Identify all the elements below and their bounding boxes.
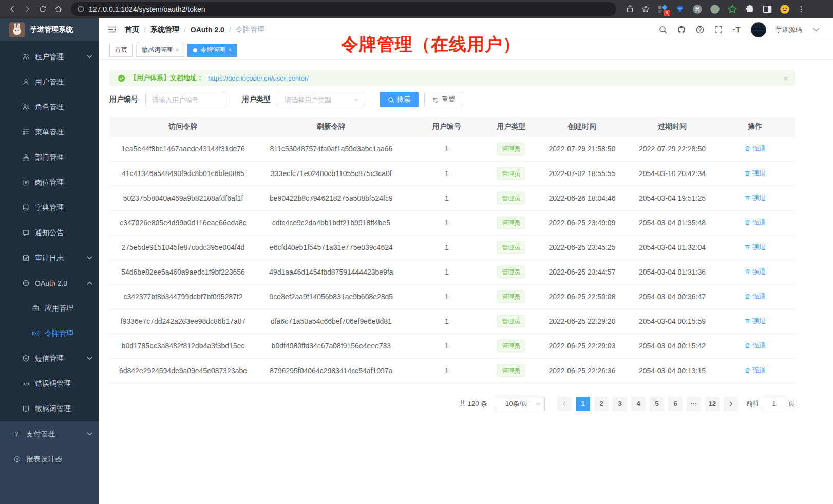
browser-home-button[interactable] — [51, 3, 65, 16]
sidebar-item-report[interactable]: 报表设计器 — [0, 447, 99, 472]
tab-令牌管理[interactable]: 令牌管理 × — [187, 44, 237, 57]
app-logo[interactable]: 芋道管理系统 — [0, 18, 99, 41]
force-logout-button[interactable]: 强退 — [744, 193, 766, 203]
extensions-puzzle-icon[interactable] — [745, 4, 755, 14]
tab-首页[interactable]: 首页 — [109, 44, 133, 57]
check-circle-icon — [118, 74, 125, 82]
side-panel-icon[interactable] — [762, 4, 772, 14]
browser-forward-button[interactable] — [21, 3, 34, 16]
sidebar-item-audit[interactable]: 审计日志 — [0, 245, 99, 270]
address-bar[interactable]: 127.0.0.1:1024/system/oauth2/token — [71, 2, 616, 16]
user-avatar[interactable] — [751, 22, 766, 37]
refresh-icon — [432, 96, 439, 103]
force-logout-button[interactable]: 强退 — [744, 144, 766, 153]
sidebar-item-post[interactable]: 岗位管理 — [0, 170, 99, 195]
user-id-input[interactable] — [145, 92, 226, 107]
sidebar-item-pay[interactable]: ¥ 支付管理 — [0, 421, 99, 447]
user-type-tag: 管理员 — [497, 364, 525, 377]
user-id-cell: 1 — [406, 260, 488, 284]
goto-page-input[interactable] — [763, 397, 785, 411]
browser-back-button[interactable] — [5, 3, 18, 16]
user-type-label: 用户类型 — [242, 95, 271, 104]
star-extension-icon[interactable] — [727, 4, 737, 14]
reset-button[interactable]: 重置 — [424, 92, 463, 107]
alert-close-icon[interactable]: × — [783, 74, 788, 82]
force-logout-button[interactable]: 强退 — [744, 341, 766, 351]
sidebar-item-dict[interactable]: 字典管理 — [0, 195, 99, 220]
tab-敏感词管理[interactable]: 敏感词管理 × — [136, 44, 184, 57]
record-extension-icon[interactable] — [710, 4, 720, 14]
force-logout-button[interactable]: 强退 — [744, 267, 766, 277]
page-button-1[interactable]: 1 — [576, 397, 590, 411]
sidebar-item-label: 应用管理 — [45, 304, 73, 313]
page-button-12[interactable]: 12 — [705, 397, 720, 411]
github-icon[interactable] — [677, 25, 686, 34]
browser-reload-button[interactable] — [36, 3, 49, 16]
force-logout-button[interactable]: 强退 — [744, 292, 766, 301]
doc-link[interactable]: https://doc.iocoder.cn/user-center/ — [208, 74, 309, 82]
force-logout-button[interactable]: 强退 — [744, 169, 766, 178]
page-size-select[interactable] — [496, 397, 545, 411]
share-icon[interactable] — [626, 5, 634, 13]
user-type-cell: 管理员 — [488, 235, 535, 260]
prev-page-button[interactable] — [557, 397, 572, 411]
browser-menu-icon[interactable] — [797, 5, 805, 13]
user-caret-down-icon[interactable] — [811, 25, 821, 34]
sidebar-collapse-button[interactable] — [107, 25, 117, 34]
command-extension-icon[interactable]: ⌘ — [692, 4, 703, 14]
sidebar-item-label: 报表设计器 — [26, 455, 62, 464]
sidebar-item-role[interactable]: 角色管理 — [0, 94, 99, 120]
page-ellipsis[interactable]: ··· — [687, 397, 701, 411]
search-button[interactable]: 搜索 — [380, 92, 419, 107]
user-id-cell: 1 — [406, 235, 488, 260]
goto-label: 前往 — [746, 399, 760, 409]
gem-extension-icon[interactable] — [675, 4, 685, 14]
page-button-2[interactable]: 2 — [594, 397, 609, 411]
sidebar-item-notice[interactable]: 通知公告 — [0, 220, 99, 245]
svg-text:T: T — [736, 26, 741, 34]
tab-close-icon[interactable]: × — [176, 47, 179, 53]
sidebar-item-dept[interactable]: 部门管理 — [0, 145, 99, 170]
page-button-4[interactable]: 4 — [631, 397, 646, 411]
sidebar-item-user[interactable]: 用户管理 — [0, 69, 99, 94]
post-icon — [22, 179, 30, 186]
sidebar-item-errcode[interactable]: </> 错误码管理 — [0, 371, 99, 396]
sidebar-item-label: 用户管理 — [35, 77, 64, 87]
help-icon[interactable] — [695, 25, 705, 34]
user-type-cell: 管理员 — [488, 186, 535, 210]
errcode-icon: </> — [22, 380, 30, 387]
trash-icon — [744, 293, 751, 300]
bookmark-star-icon[interactable] — [641, 5, 650, 13]
next-page-button[interactable] — [724, 397, 738, 411]
sidebar-item-oauth[interactable]: OAuth 2.0 — [0, 270, 99, 296]
breadcrumb-item[interactable]: OAuth 2.0 — [191, 26, 224, 34]
font-size-icon[interactable]: TT — [732, 25, 742, 34]
refresh-token-cell: e6cfd40eb1f54571a31e775e039c4624 — [257, 235, 406, 260]
page-button-6[interactable]: 6 — [668, 397, 683, 411]
fullscreen-icon[interactable] — [714, 25, 723, 34]
page-button-3[interactable]: 3 — [613, 397, 627, 411]
sidebar-item-menu[interactable]: 菜单管理 — [0, 120, 99, 145]
breadcrumb-item[interactable]: 首页 — [125, 25, 139, 34]
sidebar-item-sensitive[interactable]: 敏感词管理 — [0, 396, 99, 421]
back-icon — [8, 5, 16, 13]
sidebar-item-tenant[interactable]: 租户管理 — [0, 44, 99, 69]
force-logout-button[interactable]: 强退 — [744, 243, 766, 252]
breadcrumb-item[interactable]: 系统管理 — [150, 25, 179, 34]
force-logout-button[interactable]: 强退 — [744, 218, 766, 227]
force-logout-button[interactable]: 强退 — [744, 317, 766, 326]
page-button-5[interactable]: 5 — [650, 397, 664, 411]
chevron-left-icon — [561, 401, 567, 407]
tab-close-icon[interactable]: × — [228, 47, 231, 53]
profile-avatar-icon[interactable] — [780, 4, 790, 14]
sidebar-item-sms[interactable]: 短信管理 — [0, 346, 99, 371]
user-name[interactable]: 芋道源码 — [775, 25, 802, 34]
access-token-cell: 502375b8040a469a9b82188afdf6af1f — [109, 186, 257, 210]
search-icon[interactable] — [658, 25, 668, 34]
force-logout-button[interactable]: 强退 — [744, 366, 766, 375]
pinned-extension-icon[interactable]: 9 — [657, 4, 668, 14]
sidebar-item-token[interactable]: 令牌管理 — [0, 321, 99, 346]
user-type-select[interactable] — [278, 92, 364, 107]
sidebar-item-app[interactable]: 应用管理 — [0, 296, 99, 321]
main-area: 首页/系统管理/OAuth 2.0/令牌管理 TT 芋道源码 首页 敏感词管理 … — [99, 18, 833, 504]
